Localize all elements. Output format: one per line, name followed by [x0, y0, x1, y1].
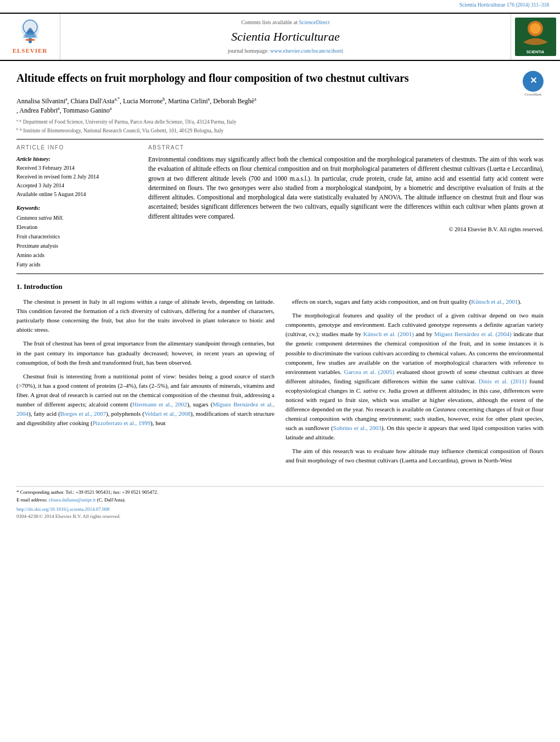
sciencedirect-link[interactable]: ScienceDirect	[299, 19, 329, 25]
body-col-left: The chestnut is present in Italy in all …	[16, 297, 275, 470]
intro-para-4: effects on starch, sugars and fatty acid…	[285, 297, 544, 306]
contents-available-line: Contents lists available at ScienceDirec…	[241, 19, 329, 26]
article-info-column: Article Info Article history: Received 3…	[16, 144, 137, 269]
doi-link[interactable]: http://dx.doi.org/10.1016/j.scienta.2014…	[16, 506, 110, 512]
elsevier-brand-text: ELSEVIER	[13, 47, 48, 55]
article-history: Article history: Received 3 February 201…	[16, 155, 137, 199]
svg-point-6	[530, 23, 541, 34]
footer-copyright: 0304-4238/© 2014 Elsevier B.V. All right…	[16, 513, 544, 520]
keyword-4: Proximate analysis	[16, 241, 137, 250]
journal-title: Scientia Horticulturae	[231, 29, 339, 46]
article-info-abstract: Article Info Article history: Received 3…	[16, 144, 544, 269]
ref-veldari[interactable]: Veldari et al., 2008	[144, 410, 191, 417]
accepted-date: Accepted 3 July 2014	[16, 181, 137, 190]
crossmark-icon: ✕	[523, 71, 544, 92]
introduction-heading: 1. Introduction	[16, 282, 544, 292]
affiliations: a ᵃ Department of Food Science, Universi…	[16, 118, 544, 135]
ref-sobrino[interactable]: Sobrino et al., 2003	[333, 425, 382, 431]
body-columns: The chestnut is present in Italy in all …	[16, 297, 544, 470]
svg-text:SCIENTIA: SCIENTIA	[527, 50, 545, 54]
elsevier-logo: ELSEVIER	[0, 14, 60, 59]
footnote: * Corresponding author. Tel.: +39 0521 9…	[16, 489, 544, 504]
divider-1	[16, 139, 544, 140]
svg-rect-3	[25, 39, 34, 41]
keyword-6: Fatty acids	[16, 260, 137, 269]
citation-text: Scientia Horticulturae 176 (2014) 311–31…	[460, 2, 549, 8]
intro-para-1: The chestnut is present in Italy in all …	[16, 297, 275, 334]
body-col-right: effects on starch, sugars and fatty acid…	[285, 297, 544, 470]
ref-kunsch1[interactable]: Künsch et al., 2001	[471, 298, 518, 305]
journal-logo: SCIENTIA	[511, 14, 560, 59]
ref-dinis[interactable]: Dinis et al. (2011)	[479, 378, 527, 384]
email-link[interactable]: chiara.dallasta@unipr.it	[48, 497, 96, 503]
keywords-section: Keywords: Castanea sativa Mill. Elevatio…	[16, 204, 137, 269]
keyword-2: Elevation	[16, 222, 137, 232]
homepage-line: journal homepage: www.elsevier.com/locat…	[228, 47, 343, 55]
abstract-column: Abstract Environmental conditions may si…	[148, 144, 544, 269]
page-footer: * Corresponding author. Tel.: +39 0521 9…	[16, 486, 544, 520]
journal-logo-image: SCIENTIA	[515, 18, 556, 56]
ref-borges[interactable]: Borges et al., 2007	[60, 410, 106, 417]
footnote-star-text: * Corresponding author. Tel.: +39 0521 9…	[16, 489, 158, 495]
received-revised-date: Received in revised form 2 July 2014	[16, 172, 137, 181]
homepage-link[interactable]: www.elsevier.com/locate/scihorti	[270, 48, 343, 54]
abstract-label: Abstract	[148, 144, 544, 152]
keyword-1: Castanea sativa Mill.	[16, 213, 137, 222]
intro-para-6: The aim of this research was to evaluate…	[285, 447, 544, 465]
available-date: Available online 5 August 2014	[16, 190, 137, 199]
crossmark-badge: ✕ CrossMark	[523, 71, 544, 92]
history-label: Article history:	[16, 155, 137, 164]
ref-garcea[interactable]: Garcea et al. (2005)	[344, 369, 394, 375]
keywords-list: Castanea sativa Mill. Elevation Fruit ch…	[16, 213, 137, 269]
article-title-section: Altitude effects on fruit morphology and…	[16, 71, 544, 92]
intro-para-5: Tbe morphological features and quality o…	[285, 311, 544, 442]
ref-kunsch2[interactable]: Künsch et al. (2001)	[363, 331, 414, 337]
citation-line: Scientia Horticulturae 176 (2014) 311–31…	[0, 0, 560, 10]
ref-hiermann[interactable]: Hiermann et al., 2002	[132, 401, 187, 408]
journal-header-center: Contents lists available at ScienceDirec…	[60, 14, 511, 59]
journal-header: ELSEVIER Contents lists available at Sci…	[0, 13, 560, 60]
footer-doi: http://dx.doi.org/10.1016/j.scienta.2014…	[16, 506, 544, 513]
ref-pizzoferrato[interactable]: Pizzoferrato et al., 1999	[93, 420, 150, 426]
keyword-3: Fruit characteristics	[16, 232, 137, 241]
intro-para-2: The fruit of chestnut has been of great …	[16, 339, 275, 367]
article-info-label: Article Info	[16, 144, 137, 152]
keywords-label: Keywords:	[16, 204, 137, 212]
email-name: (C. Dall'Asta).	[97, 497, 126, 503]
crossmark-label: CrossMark	[523, 92, 544, 98]
elsevier-tree-icon	[11, 18, 49, 46]
email-label: E-mail address:	[16, 497, 47, 503]
abstract-copyright: © 2014 Elsevier B.V. All rights reserved…	[148, 226, 544, 234]
intro-para-3: Chestnut fruit is interesting from a nut…	[16, 372, 275, 428]
abstract-text: Environmental conditions may significant…	[148, 155, 544, 221]
keyword-5: Amino acids	[16, 250, 137, 260]
ref-miguez2[interactable]: Míguez Bernárdez et al. (2004)	[434, 331, 512, 337]
main-content: Altitude effects on fruit morphology and…	[0, 61, 560, 481]
received-date: Received 3 February 2014	[16, 164, 137, 172]
authors-line: Annalisa Silvaninia, Chiara Dall'Astaa,*…	[16, 96, 544, 116]
journal-logo-svg: SCIENTIA	[515, 18, 556, 56]
divider-2	[16, 274, 544, 274]
article-title: Altitude effects on fruit morphology and…	[16, 71, 516, 86]
